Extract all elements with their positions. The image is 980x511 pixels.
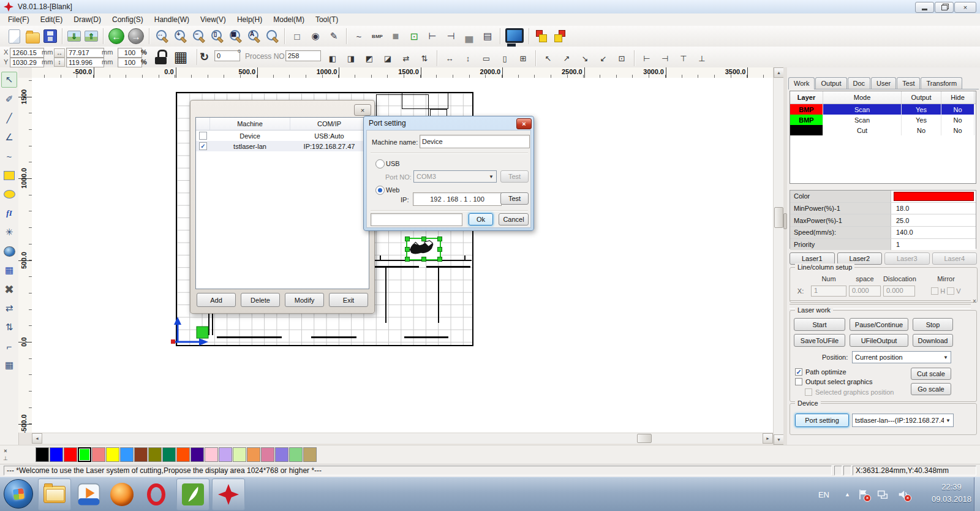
point-tool-icon[interactable]: ✳ <box>2 225 17 240</box>
scroll-up-icon[interactable]: ▲ <box>774 67 784 78</box>
flip-horizontal-icon[interactable]: ⇄ <box>399 51 413 65</box>
head-bottom-icon[interactable]: ⊥ <box>695 51 709 65</box>
laser2-button[interactable]: Laser2 <box>837 252 883 265</box>
exit-button[interactable]: Exit <box>329 293 368 307</box>
palette-swatch[interactable] <box>303 447 317 462</box>
selected-graphics-checkbox[interactable] <box>805 388 812 396</box>
mirror-right-icon[interactable]: ◨ <box>344 51 358 65</box>
zoom-in-icon[interactable]: + <box>173 29 187 44</box>
palette-swatch[interactable] <box>219 447 232 462</box>
download-button[interactable]: Download <box>913 334 953 347</box>
head-left-icon[interactable]: ⊢ <box>640 51 654 65</box>
selected-image[interactable] <box>406 238 441 260</box>
rotate-angle-field[interactable]: 0 <box>214 50 240 61</box>
menu-item-file[interactable]: File(F) <box>2 13 35 26</box>
go-scale-button[interactable]: Go scale <box>911 383 951 395</box>
line-tool-icon[interactable]: ╱ <box>2 111 17 126</box>
anchor-top-left-icon[interactable]: ↖ <box>541 51 555 65</box>
delete-tool-icon[interactable]: ✖ <box>2 282 17 297</box>
selection-handle[interactable] <box>437 257 442 262</box>
web-radio[interactable] <box>375 186 385 195</box>
property-row[interactable]: MinPower(%)-118.0 <box>790 203 976 215</box>
show-desktop-button[interactable] <box>974 477 980 511</box>
redo-icon[interactable]: → <box>128 28 144 44</box>
text-tool-icon[interactable]: fI <box>2 206 17 221</box>
scroll-left-icon[interactable]: ◄ <box>32 433 42 444</box>
grid-snap-icon[interactable]: ▦ <box>173 49 189 65</box>
palette-swatch[interactable] <box>275 447 288 462</box>
vertical-scrollbar[interactable]: ▲ ▼ <box>773 67 784 445</box>
zoom-out-icon[interactable]: − <box>191 29 206 44</box>
undo-icon[interactable]: ← <box>108 28 124 44</box>
tab-doc[interactable]: Doc <box>848 77 871 89</box>
polyline-tool-icon[interactable]: ∠ <box>2 130 17 145</box>
port-setting-button[interactable]: Port setting <box>795 414 849 427</box>
machine-checkbox[interactable] <box>199 132 207 140</box>
menu-item-config[interactable]: Config(S) <box>107 13 149 26</box>
offset-tool-icon[interactable]: ⌐ <box>2 339 17 354</box>
usb-radio[interactable] <box>375 159 385 168</box>
import-image-icon[interactable]: ⇓ <box>67 31 81 42</box>
head-top-icon[interactable]: ⊤ <box>677 51 690 65</box>
open-file-icon[interactable] <box>26 32 40 44</box>
palette-swatch[interactable] <box>120 447 134 462</box>
palette-swatch[interactable] <box>233 447 246 462</box>
mirror-left-icon[interactable]: ◧ <box>326 51 339 65</box>
num-field[interactable]: 1 <box>811 286 846 297</box>
vertical-scroll-thumb[interactable] <box>774 207 783 228</box>
restore-button[interactable] <box>935 2 954 13</box>
laser1-button[interactable]: Laser1 <box>790 252 835 265</box>
taskbar-clock[interactable]: 22:39 09.03.2018 <box>932 481 971 505</box>
path-optimize-option[interactable]: ✓ Path optimize <box>795 368 846 376</box>
taskbar-firefox-button[interactable] <box>108 479 136 510</box>
y-position-field[interactable]: 1030.29 <box>10 58 44 67</box>
menu-item-model[interactable]: Model(M) <box>268 13 310 26</box>
taskbar-opera-button[interactable] <box>142 479 170 510</box>
mirror-h-tool-icon[interactable]: ⇄ <box>2 301 17 316</box>
taskbar-explorer-button[interactable] <box>38 479 71 510</box>
export-image-icon[interactable]: ⇑ <box>85 31 98 42</box>
palette-swatch[interactable] <box>64 447 77 462</box>
zoom-grid-icon[interactable]: ▦ <box>228 29 243 44</box>
machine-checkbox[interactable]: ✓ <box>199 142 207 150</box>
selection-handle[interactable] <box>437 247 442 252</box>
palette-swatch[interactable] <box>36 447 49 462</box>
ungroup-icon[interactable] <box>552 29 567 44</box>
horizontal-scroll-thumb[interactable] <box>637 434 652 443</box>
selection-handle[interactable] <box>405 257 410 262</box>
stop-button[interactable]: Stop <box>913 318 953 331</box>
output-select-checkbox[interactable] <box>795 378 802 385</box>
anchor-top-right-icon[interactable]: ↗ <box>560 51 573 65</box>
palette-swatch[interactable] <box>289 447 303 462</box>
anchor-center-icon[interactable]: ⊡ <box>615 51 628 65</box>
property-row[interactable]: Speed(mm/s):140.0 <box>790 227 976 239</box>
layer-row[interactable]: BMPScanYesNo <box>790 115 976 125</box>
machine-name-field[interactable]: Device <box>420 135 530 148</box>
align-horizontal-icon[interactable]: ▭ <box>480 51 493 65</box>
network-icon[interactable] <box>875 477 891 511</box>
preview-monitor-icon[interactable] <box>505 28 524 43</box>
tab-user[interactable]: User <box>871 77 896 89</box>
curve-icon[interactable]: ~ <box>352 29 366 44</box>
palette-swatch[interactable] <box>78 447 91 462</box>
palette-swatch[interactable] <box>261 447 274 462</box>
palette-swatch[interactable] <box>50 447 63 462</box>
start-button[interactable] <box>4 479 33 509</box>
selection-handle[interactable] <box>405 237 410 241</box>
node-connect-icon[interactable]: ⊡ <box>407 29 421 44</box>
zoom-pan-icon[interactable]: ↔ <box>154 29 169 44</box>
x-position-field[interactable]: 1260.15 <box>10 48 44 58</box>
rotate-icon[interactable]: ↻ <box>200 50 209 64</box>
anchor-bottom-left-icon[interactable]: ↙ <box>597 51 610 65</box>
rect-tool-icon[interactable] <box>2 168 17 183</box>
modify-button[interactable]: Modify <box>285 293 324 307</box>
palette-swatch[interactable] <box>106 447 119 462</box>
laser3-button[interactable]: Laser3 <box>884 252 930 265</box>
lock-ratio-icon[interactable] <box>153 49 169 65</box>
machine-output-icon[interactable]: ▄ <box>462 29 477 44</box>
selection-handle[interactable] <box>437 237 442 241</box>
delete-button[interactable]: Delete <box>241 293 280 307</box>
savetoufile-button[interactable]: SaveToUFile <box>794 334 845 347</box>
zoom-page-icon[interactable]: ▯ <box>209 29 224 44</box>
usb-test-button[interactable]: Test <box>500 170 529 183</box>
